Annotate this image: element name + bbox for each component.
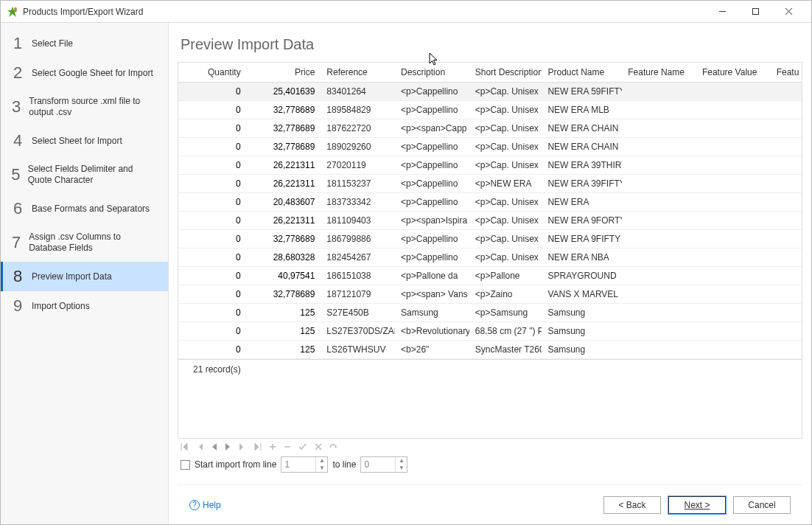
- cell-feature_name: [622, 193, 696, 212]
- cell-product_name: NEW ERA 59FIFTY: [542, 83, 622, 101]
- add-icon[interactable]: [269, 443, 276, 451]
- table-row[interactable]: 026,22131127020119<p>Cappellino<p>Cap. U…: [178, 156, 802, 175]
- sidebar-step-1[interactable]: 1Select File: [1, 29, 168, 58]
- cell-reference: 186799886: [321, 230, 395, 248]
- sidebar-step-9[interactable]: 9Import Options: [1, 291, 168, 321]
- table-row[interactable]: 032,778689189584829<p>Cappellino<p>Cap. …: [178, 101, 802, 119]
- cell-short_description: 68.58 cm (27 ") PLS: [469, 322, 542, 341]
- cell-description: <p><span>Ispira: [395, 212, 469, 230]
- cell-feature_value: [696, 175, 771, 193]
- data-grid[interactable]: QuantityPriceReferenceDescriptionShort D…: [178, 62, 802, 439]
- next-page-icon[interactable]: [238, 443, 245, 451]
- page-title: Preview Import Data: [181, 36, 802, 53]
- cell-description: <p>Cappellino: [395, 156, 469, 175]
- cell-description: <p><span>Capp: [395, 119, 469, 138]
- sidebar-step-2[interactable]: 2Select Google Sheet for Import: [1, 58, 168, 88]
- x-icon[interactable]: [315, 443, 322, 451]
- last-page-icon[interactable]: [253, 443, 262, 451]
- sidebar-step-5[interactable]: 5Select Fields Delimiter and Quote Chara…: [1, 156, 168, 194]
- maximize-button[interactable]: [739, 1, 772, 22]
- column-reference[interactable]: Reference: [321, 63, 395, 83]
- sidebar-step-3[interactable]: 3Transform source .xml file to output .c…: [1, 88, 168, 126]
- first-page-icon[interactable]: [181, 443, 189, 451]
- table-row[interactable]: 0125S27E450BSamsung<p>SamsungSamsung: [178, 304, 802, 322]
- column-price[interactable]: Price: [247, 63, 321, 83]
- to-line-spinner[interactable]: ▲▼: [395, 457, 407, 472]
- table-row[interactable]: 032,778689186799886<p>Cappellino<p>Cap. …: [178, 230, 802, 248]
- sidebar-step-8[interactable]: 8Preview Import Data: [1, 262, 168, 291]
- start-line-spinner[interactable]: ▲▼: [315, 457, 327, 472]
- prev-record-icon[interactable]: [211, 443, 217, 451]
- column-feature_value[interactable]: Feature Value: [696, 63, 771, 83]
- table-row[interactable]: 0125LS27E370DS/ZAR<b>Revolutionary68.58 …: [178, 322, 802, 341]
- titlebar: Products Import/Export Wizard: [1, 1, 811, 23]
- start-line-input[interactable]: ▲▼: [281, 456, 328, 473]
- cell-price: 125: [247, 322, 321, 341]
- column-feature_extra[interactable]: Featu: [771, 63, 802, 83]
- cell-quantity: 0: [178, 138, 247, 156]
- column-feature_name[interactable]: Feature Name: [622, 63, 696, 83]
- cell-quantity: 0: [178, 322, 247, 341]
- table-row[interactable]: 032,778689189029260<p>Cappellino<p>Cap. …: [178, 138, 802, 156]
- step-label: Preview Import Data: [32, 271, 112, 282]
- cell-feature_value: [696, 83, 771, 101]
- table-row[interactable]: 032,778689187622720<p><span>Capp<p>Cap. …: [178, 119, 802, 138]
- cell-feature_name: [622, 248, 696, 267]
- body: 1Select File2Select Google Sheet for Imp…: [1, 23, 811, 524]
- table-row[interactable]: 020,483607183733342<p>Cappellino<p>Cap. …: [178, 193, 802, 212]
- next-record-icon[interactable]: [225, 443, 231, 451]
- step-number: 9: [10, 296, 26, 316]
- table-row[interactable]: 025,40163983401264<p>Cappellino<p>Cap. U…: [178, 83, 802, 101]
- remove-icon[interactable]: [284, 443, 291, 451]
- cell-feature_extra: [771, 304, 802, 322]
- cell-short_description: <p>Cap. Unisex: [469, 193, 542, 212]
- table-row[interactable]: 0125LS26TWHSUV<b>26"SyncMaster T260Samsu…: [178, 341, 802, 359]
- cell-reference: 182454267: [321, 248, 395, 267]
- cell-feature_extra: [771, 285, 802, 304]
- cell-price: 26,221311: [247, 175, 321, 193]
- to-line-input[interactable]: ▲▼: [360, 456, 407, 473]
- help-link[interactable]: ? Help: [189, 500, 221, 510]
- main: Preview Import Data QuantityPriceReferen…: [169, 23, 811, 524]
- back-button[interactable]: < Back: [603, 496, 661, 514]
- cell-description: <b>26": [395, 341, 469, 359]
- table-row[interactable]: 026,221311181153237<p>Cappellino<p>NEW E…: [178, 175, 802, 193]
- close-button[interactable]: [772, 1, 805, 22]
- footer: ? Help < Back Next > Cancel: [178, 484, 802, 524]
- table-row[interactable]: 040,97541186151038<p>Pallone da<p>Pallon…: [178, 267, 802, 285]
- cell-product_name: Samsung: [542, 341, 622, 359]
- cell-price: 28,680328: [247, 248, 321, 267]
- cancel-button[interactable]: Cancel: [733, 496, 791, 514]
- sidebar-step-6[interactable]: 6Base Formats and Separators: [1, 194, 168, 223]
- cell-price: 32,778689: [247, 138, 321, 156]
- column-short_description[interactable]: Short Description: [469, 63, 542, 83]
- window: Products Import/Export Wizard 1Select Fi…: [0, 0, 812, 525]
- start-line-checkbox[interactable]: [181, 460, 190, 470]
- prev-page-icon[interactable]: [197, 443, 204, 451]
- cell-reference: 181109403: [321, 212, 395, 230]
- cell-feature_extra: [771, 230, 802, 248]
- cell-product_name: NEW ERA: [542, 193, 622, 212]
- cell-feature_name: [622, 156, 696, 175]
- step-number: 6: [10, 199, 26, 218]
- sidebar-step-7[interactable]: 7Assign .csv Columns to Database Fields: [1, 223, 168, 262]
- cell-feature_value: [696, 248, 771, 267]
- start-line-value[interactable]: [281, 458, 315, 471]
- minimize-button[interactable]: [706, 1, 739, 22]
- cell-feature_extra: [771, 83, 802, 101]
- line-range-panel: Start import from line ▲▼ to line ▲▼: [178, 455, 802, 484]
- redo-icon[interactable]: [329, 443, 338, 451]
- sidebar: 1Select File2Select Google Sheet for Imp…: [1, 23, 169, 524]
- cell-reference: S27E450B: [321, 304, 395, 322]
- column-quantity[interactable]: Quantity: [178, 63, 247, 83]
- column-description[interactable]: Description: [395, 63, 469, 83]
- to-line-value[interactable]: [361, 458, 395, 471]
- check-icon[interactable]: [298, 443, 307, 451]
- sidebar-step-4[interactable]: 4Select Sheet for Import: [1, 126, 168, 156]
- table-row[interactable]: 026,221311181109403<p><span>Ispira<p>Cap…: [178, 212, 802, 230]
- cell-short_description: <p>Cap. Unisex: [469, 83, 542, 101]
- table-row[interactable]: 028,680328182454267<p>Cappellino<p>Cap. …: [178, 248, 802, 267]
- column-product_name[interactable]: Product Name: [542, 63, 622, 83]
- next-button[interactable]: Next >: [668, 496, 726, 514]
- table-row[interactable]: 032,778689187121079<p><span> Vans<p>Zain…: [178, 285, 802, 304]
